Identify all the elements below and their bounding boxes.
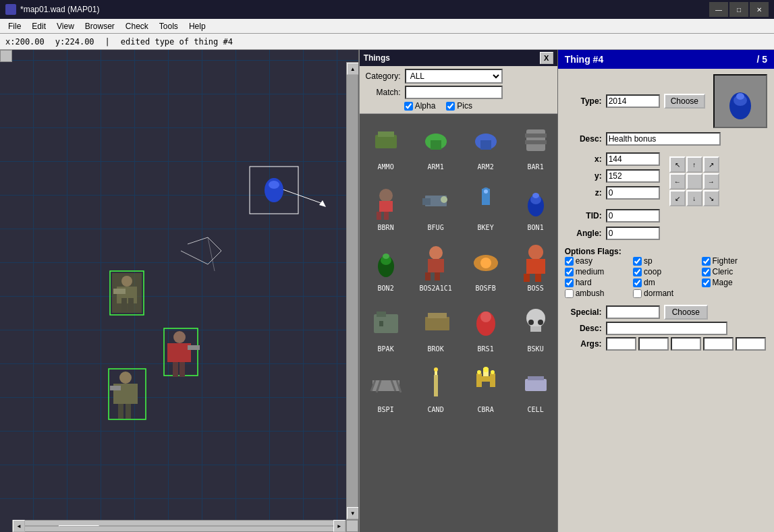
flag-checkbox-hard[interactable] [565, 278, 574, 287]
category-select[interactable]: ALL [405, 69, 503, 84]
thing-cell-cell[interactable]: CELL [511, 358, 557, 419]
angle-input[interactable] [606, 227, 660, 240]
arg3-input[interactable] [671, 337, 701, 351]
flag-checkbox-medium[interactable] [565, 268, 574, 276]
window-controls[interactable]: — □ ✕ [709, 2, 769, 17]
match-label: Match: [364, 88, 401, 97]
menu-help[interactable]: Help [184, 20, 211, 32]
desc2-input[interactable] [606, 322, 727, 335]
menu-view[interactable]: View [51, 20, 80, 32]
thing-cell-brok[interactable]: BROK [411, 297, 461, 358]
flag-ambush[interactable]: ambush [565, 289, 630, 298]
flag-coop[interactable]: coop [633, 267, 698, 276]
thing-cell-bkey[interactable]: BKEY [461, 176, 511, 237]
thing-cell-bpak[interactable]: BPAK [361, 297, 411, 358]
thing-cell-bon2[interactable]: BON2 [361, 237, 411, 297]
arg5-input[interactable] [736, 337, 766, 351]
thing-cell-ammo[interactable]: AMMO [361, 115, 411, 176]
close-button[interactable]: ✕ [750, 2, 769, 17]
thing-cell-arm1[interactable]: ARM1 [411, 115, 461, 176]
arg1-input[interactable] [606, 337, 636, 351]
arg4-input[interactable] [703, 337, 734, 351]
thing-cell-boss[interactable]: BOSS [511, 237, 557, 297]
type-choose-button[interactable]: Choose [664, 94, 705, 109]
arrow-se[interactable]: ↘ [703, 190, 719, 206]
flag-checkbox-dm[interactable] [633, 278, 642, 287]
arrow-sw[interactable]: ↙ [669, 190, 686, 206]
flag-sp[interactable]: sp [633, 256, 698, 266]
thing-cell-cbra[interactable]: CBRA [461, 358, 511, 419]
flag-medium[interactable]: medium [565, 267, 630, 276]
things-grid-container[interactable]: AMMO ARM1 ARM2 BAR1 BBRN BFUG [360, 114, 557, 532]
thing-cell-bsku[interactable]: BSKU [511, 297, 557, 358]
thing-cell-bosfb[interactable]: BOSFB [461, 237, 511, 297]
arrow-s[interactable]: ↓ [686, 190, 702, 206]
alpha-check[interactable]: Alpha [404, 101, 436, 111]
menu-file[interactable]: File [3, 20, 26, 32]
thing-cell-bfug[interactable]: BFUG [411, 176, 461, 237]
flag-Mage[interactable]: Mage [702, 278, 767, 287]
x-input[interactable] [606, 152, 660, 166]
flag-checkbox-coop[interactable] [633, 268, 642, 276]
flag-checkbox-sp[interactable] [633, 257, 642, 266]
flag-Cleric[interactable]: Cleric [702, 267, 767, 276]
map-canvas[interactable] [0, 50, 358, 532]
thing-cell-brs1[interactable]: BRS1 [461, 297, 511, 358]
menu-edit[interactable]: Edit [26, 20, 51, 32]
flag-checkbox-dormant[interactable] [633, 289, 642, 298]
thing-cell-bon1[interactable]: BON1 [511, 176, 557, 237]
special-input[interactable] [606, 305, 660, 319]
flag-checkbox-easy[interactable] [565, 257, 574, 266]
maximize-button[interactable]: □ [729, 2, 748, 17]
thing-cell-bbrn[interactable]: BBRN [361, 176, 411, 237]
flag-checkbox-ambush[interactable] [565, 289, 574, 298]
flag-checkbox-Cleric[interactable] [702, 268, 711, 276]
thing-cell-bos2a1c1[interactable]: BOS2A1C1 [411, 237, 461, 297]
flag-dormant[interactable]: dormant [633, 289, 698, 298]
map-area[interactable]: ▲ ▼ ◄ ► [0, 50, 359, 532]
arrow-center[interactable] [686, 173, 702, 189]
scroll-right-button[interactable]: ► [333, 520, 345, 532]
tid-input[interactable] [606, 209, 660, 223]
scroll-left-button[interactable]: ◄ [13, 520, 25, 532]
y-input[interactable] [606, 169, 660, 183]
flag-hard[interactable]: hard [565, 278, 630, 287]
flag-dm[interactable]: dm [633, 278, 698, 287]
things-close-button[interactable]: X [540, 52, 553, 64]
alpha-checkbox[interactable] [404, 102, 413, 111]
match-input[interactable] [405, 86, 503, 99]
scroll-up-button[interactable]: ▲ [347, 63, 359, 75]
thing-cell-arm2[interactable]: ARM2 [461, 115, 511, 176]
svg-marker-1 [319, 200, 326, 207]
flag-Fighter[interactable]: Fighter [702, 256, 767, 266]
desc-input[interactable] [606, 132, 721, 146]
map-scrollbar-vertical[interactable]: ▲ ▼ [346, 62, 358, 520]
menu-check[interactable]: Check [120, 20, 154, 32]
flag-checkbox-Mage[interactable] [702, 278, 711, 287]
thing-sprite-brok [420, 303, 452, 344]
thing-cell-bspi[interactable]: BSPI [361, 358, 411, 419]
scroll-down-button[interactable]: ▼ [347, 507, 359, 519]
map-scrollbar-horizontal[interactable]: ◄ ► [12, 520, 346, 532]
scroll-thumb-h[interactable] [59, 525, 99, 527]
pics-checkbox[interactable] [446, 102, 455, 111]
arrow-e[interactable]: → [703, 173, 719, 189]
thing-cell-cand[interactable]: CAND [411, 358, 461, 419]
z-input[interactable] [606, 186, 660, 200]
type-input[interactable] [606, 94, 660, 108]
arrow-ne[interactable]: ↗ [703, 156, 719, 173]
flag-checkbox-Fighter[interactable] [702, 257, 711, 266]
arrow-n[interactable]: ↑ [686, 156, 702, 173]
pics-check[interactable]: Pics [446, 101, 472, 111]
menu-browser[interactable]: Browser [80, 20, 120, 32]
things-checkboxes: Alpha Pics [364, 101, 553, 111]
arrow-w[interactable]: ← [669, 173, 686, 189]
minimize-button[interactable]: — [709, 2, 728, 17]
thing-label-arm1: ARM1 [428, 163, 444, 171]
special-choose-button[interactable]: Choose [664, 305, 708, 320]
arg2-input[interactable] [638, 337, 669, 351]
arrow-nw[interactable]: ↖ [669, 156, 686, 173]
thing-cell-bar1[interactable]: BAR1 [511, 115, 557, 176]
menu-tools[interactable]: Tools [154, 20, 184, 32]
flag-easy[interactable]: easy [565, 256, 630, 266]
